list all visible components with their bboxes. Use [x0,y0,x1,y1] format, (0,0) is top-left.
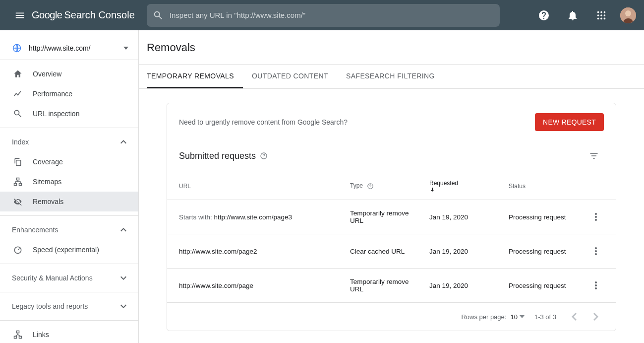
svg-point-0 [597,11,599,13]
tabs: Temporary Removals Outdated Content Safe… [139,65,644,89]
hamburger-menu-button[interactable] [8,3,32,27]
property-selector[interactable]: http://www.site.com/ [0,36,138,60]
chevron-down-icon [120,276,126,280]
cell-status: Processing request [503,200,582,234]
sitemap-icon [12,176,24,188]
svg-rect-14 [14,183,17,185]
sidebar-section-index[interactable]: Index [0,132,138,152]
svg-rect-17 [17,331,19,333]
col-requested[interactable]: Requested [423,169,503,200]
pagination-range: 1-3 of 3 [534,313,556,321]
more-vert-icon [595,247,597,255]
svg-point-27 [595,253,597,255]
sidebar-item-performance[interactable]: Performance [0,84,138,104]
svg-point-6 [597,17,599,19]
chart-icon [12,88,24,100]
filter-icon [589,151,599,161]
sidebar-item-url-inspection[interactable]: URL inspection [0,104,138,124]
section-label: Enhancements [12,226,58,234]
bell-icon [567,9,579,21]
sidebar-section-legacy[interactable]: Legacy tools and reports [0,296,138,316]
apps-button[interactable] [591,5,611,25]
home-icon [12,68,24,80]
url-inspect-input[interactable] [170,11,494,19]
avatar-image [620,7,636,23]
pagination: Rows per page: 10 1-3 of 3 [167,303,616,331]
section-label: Legacy tools and reports [12,302,88,310]
svg-point-7 [600,17,602,19]
sidebar-section-security[interactable]: Security & Manual Actions [0,268,138,288]
svg-point-30 [595,287,597,289]
cell-type: Temporarily remove URL [344,269,423,303]
chevron-up-icon [120,228,126,232]
tab-temporary-removals[interactable]: Temporary Removals [147,65,243,88]
cell-requested: Jan 19, 2020 [423,269,503,303]
logo-product: Search Console [64,9,135,21]
svg-point-24 [595,219,597,221]
chevron-down-icon [123,47,128,50]
magnify-icon [12,108,24,120]
page-header: Removals [139,30,644,65]
sidebar-item-label: URL inspection [33,110,79,118]
eye-off-icon [12,196,24,207]
section-label: Security & Manual Actions [12,274,93,282]
url-inspect-search[interactable] [147,4,500,27]
sidebar-item-removals[interactable]: Removals [0,192,138,211]
sidebar-section-enhancements[interactable]: Enhancements [0,220,138,240]
new-request-button[interactable]: NEW REQUEST [535,113,604,131]
cell-status: Processing request [503,269,582,303]
next-page-button[interactable] [588,309,604,325]
chevron-up-icon [120,140,126,144]
svg-point-10 [625,10,631,16]
sidebar-item-coverage[interactable]: Coverage [0,152,138,172]
col-url: URL [167,169,344,200]
chevron-left-icon [572,313,577,321]
requests-table: URL Type Requested [167,169,616,303]
table-row[interactable]: Starts with: http://www.site.com/page3Te… [167,200,616,234]
table-row[interactable]: http://www.site.com/pageTemporarily remo… [167,269,616,303]
sidebar-item-speed[interactable]: Speed (experimental) [0,240,138,260]
cell-status: Processing request [503,234,582,269]
rows-per-page-select[interactable]: 10 [510,313,524,321]
help-circle-icon [366,182,374,190]
row-menu-button[interactable] [588,209,604,225]
requests-card: Need to urgently remove content from Goo… [167,103,616,331]
links-icon [12,329,24,341]
section-title: Submitted requests [179,151,268,161]
cell-url: http://www.site.com/page [167,269,344,303]
sidebar-item-label: Removals [33,198,63,206]
row-menu-button[interactable] [588,243,604,259]
account-avatar[interactable] [620,7,636,23]
tab-outdated-content[interactable]: Outdated Content [243,65,337,88]
svg-point-2 [604,11,606,13]
sidebar-item-overview[interactable]: Overview [0,64,138,84]
help-circle-icon[interactable] [260,152,268,160]
sidebar-item-label: Speed (experimental) [33,246,99,254]
tab-safesearch-filtering[interactable]: SafeSearch Filtering [337,65,444,88]
speed-icon [12,244,24,256]
cell-type: Clear cached URL [344,234,423,269]
cell-requested: Jan 19, 2020 [423,200,503,234]
page-title: Removals [147,41,636,54]
copy-icon [12,156,24,168]
sidebar-item-links[interactable]: Links [0,325,138,343]
chevron-down-icon [120,304,126,308]
prev-page-button[interactable] [566,309,582,325]
sidebar-item-sitemaps[interactable]: Sitemaps [0,172,138,192]
svg-point-29 [595,284,597,286]
sort-descending-icon [429,187,497,193]
help-button[interactable] [534,5,554,25]
filter-button[interactable] [584,146,604,166]
cell-requested: Jan 19, 2020 [423,234,503,269]
notifications-button[interactable] [563,5,583,25]
table-row[interactable]: http://www.site.com/page2Clear cached UR… [167,234,616,269]
svg-point-3 [597,14,599,16]
row-menu-button[interactable] [588,277,604,293]
search-icon [153,10,164,21]
svg-rect-13 [17,178,19,180]
svg-rect-18 [14,336,17,338]
svg-point-26 [595,250,597,252]
prompt-text: Need to urgently remove content from Goo… [179,118,348,126]
more-vert-icon [595,213,597,221]
col-type[interactable]: Type [344,169,423,200]
